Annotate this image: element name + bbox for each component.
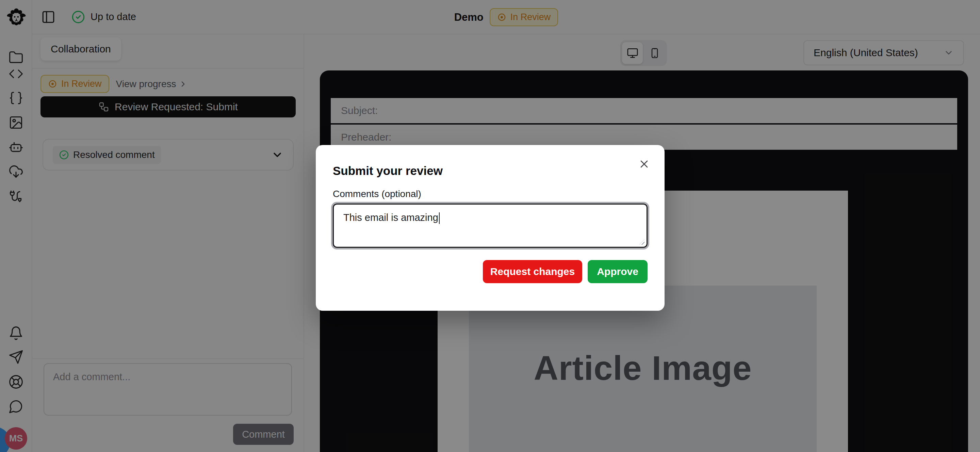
text-cursor: [439, 212, 440, 224]
request-changes-button[interactable]: Request changes: [483, 260, 582, 283]
modal-title: Submit your review: [333, 164, 443, 178]
approve-button[interactable]: Approve: [588, 260, 648, 283]
close-icon[interactable]: [638, 158, 650, 170]
resize-handle[interactable]: [639, 239, 644, 245]
review-comments-input[interactable]: This email is amazing: [333, 204, 648, 248]
submit-review-modal: Submit your review Comments (optional) T…: [316, 145, 665, 311]
modal-actions: Request changes Approve: [483, 260, 648, 283]
comments-label: Comments (optional): [333, 189, 421, 199]
app-screen: MS Up to date Demo In Review Collaborati…: [0, 0, 980, 452]
